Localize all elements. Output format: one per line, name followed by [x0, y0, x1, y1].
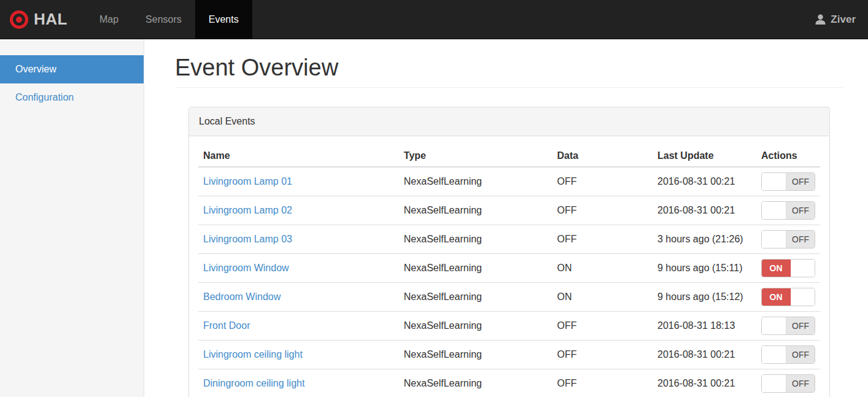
- sidebar-nav: Overview Configuration: [0, 55, 144, 112]
- device-link[interactable]: Diningroom ceiling light: [203, 378, 304, 388]
- device-actions-cell: ON: [756, 282, 820, 311]
- device-type-cell: NexaSelfLearning: [399, 167, 552, 196]
- toggle-state-label: ON: [762, 260, 791, 277]
- sidebar-item: Configuration: [0, 83, 144, 112]
- device-toggle-switch[interactable]: ON: [761, 259, 815, 277]
- device-toggle-switch[interactable]: ON: [761, 288, 815, 306]
- toggle-state-label: OFF: [786, 346, 815, 363]
- hal-logo-icon: [10, 10, 28, 29]
- device-last-update-cell: 9 hours ago (15:12): [653, 282, 756, 311]
- device-actions-cell: OFF: [756, 369, 820, 397]
- sidebar-item: Overview: [0, 55, 144, 83]
- device-toggle-switch[interactable]: OFF: [761, 201, 815, 220]
- top-navbar: HAL Map Sensors Events Ziver: [0, 0, 868, 39]
- column-header-actions: Actions: [756, 145, 820, 167]
- device-data-cell: OFF: [552, 340, 653, 369]
- device-actions-cell: OFF: [756, 225, 820, 253]
- toggle-state-label: ON: [762, 288, 791, 306]
- toggle-state-label: OFF: [786, 375, 815, 392]
- device-type-cell: NexaSelfLearning: [399, 196, 552, 225]
- device-data-cell: OFF: [552, 225, 653, 253]
- device-link[interactable]: Livingroom Lamp 01: [203, 176, 292, 187]
- device-data-cell: OFF: [552, 369, 653, 397]
- user-icon: [815, 13, 826, 25]
- panel-body: Name Type Data Last Update Actions Livin…: [189, 136, 829, 397]
- nav-item: Map: [86, 0, 132, 39]
- sidebar: Overview Configuration: [0, 39, 144, 397]
- device-name-cell: Livingroom Lamp 02: [198, 196, 399, 225]
- brand[interactable]: HAL: [0, 0, 76, 39]
- table-row: Diningroom ceiling light NexaSelfLearnin…: [198, 369, 820, 397]
- navbar-spacer: [252, 0, 815, 39]
- nav-item-link[interactable]: Events: [195, 0, 252, 39]
- device-type-cell: NexaSelfLearning: [399, 369, 552, 397]
- device-actions-cell: ON: [756, 253, 820, 282]
- events-table: Name Type Data Last Update Actions Livin…: [198, 145, 820, 397]
- toggle-handle: [762, 346, 786, 363]
- toggle-handle: [762, 202, 786, 219]
- main-nav: Map Sensors Events: [86, 0, 252, 39]
- device-toggle-switch[interactable]: OFF: [761, 345, 815, 364]
- device-name-cell: Diningroom ceiling light: [198, 369, 399, 397]
- device-link[interactable]: Livingroom Window: [203, 263, 289, 273]
- panel-title: Local Events: [189, 107, 829, 136]
- toggle-state-label: OFF: [786, 317, 815, 334]
- device-last-update-cell: 3 hours ago (21:26): [653, 225, 756, 253]
- device-type-cell: NexaSelfLearning: [399, 282, 552, 311]
- toggle-state-label: OFF: [786, 173, 815, 190]
- device-last-update-cell: 2016-08-31 18:13: [653, 311, 756, 340]
- device-data-cell: OFF: [552, 196, 653, 225]
- device-toggle-switch[interactable]: OFF: [761, 230, 815, 249]
- toggle-handle: [762, 317, 786, 334]
- device-toggle-switch[interactable]: OFF: [761, 172, 815, 191]
- device-link[interactable]: Livingroom ceiling light: [203, 349, 303, 360]
- table-row: Livingroom Lamp 01 NexaSelfLearning OFF …: [198, 167, 820, 196]
- events-table-body: Livingroom Lamp 01 NexaSelfLearning OFF …: [198, 167, 820, 397]
- device-data-cell: OFF: [552, 167, 653, 196]
- toggle-handle: [791, 288, 815, 306]
- toggle-handle: [762, 231, 786, 248]
- nav-item: Events: [195, 0, 252, 39]
- column-header-data: Data: [552, 145, 653, 167]
- sidebar-item-link[interactable]: Configuration: [0, 83, 144, 112]
- device-name-cell: Livingroom ceiling light: [198, 340, 399, 369]
- main-content: Event Overview Local Events Name Type Da…: [144, 39, 868, 397]
- table-row: Livingroom Lamp 03 NexaSelfLearning OFF …: [198, 225, 820, 253]
- column-header-name: Name: [198, 145, 399, 167]
- toggle-handle: [762, 173, 786, 190]
- page-title: Event Overview: [175, 55, 843, 88]
- column-header-last-update: Last Update: [653, 145, 756, 167]
- sidebar-item-link[interactable]: Overview: [0, 55, 144, 83]
- device-actions-cell: OFF: [756, 196, 820, 225]
- device-last-update-cell: 2016-08-31 00:21: [653, 167, 756, 196]
- device-name-cell: Bedroom Window: [198, 282, 399, 311]
- device-last-update-cell: 2016-08-31 00:21: [653, 369, 756, 397]
- table-header-row: Name Type Data Last Update Actions: [198, 145, 820, 167]
- device-data-cell: ON: [552, 282, 653, 311]
- device-name-cell: Livingroom Lamp 03: [198, 225, 399, 253]
- device-actions-cell: OFF: [756, 340, 820, 369]
- device-last-update-cell: 2016-08-31 00:21: [653, 196, 756, 225]
- table-row: Livingroom ceiling light NexaSelfLearnin…: [198, 340, 820, 369]
- device-toggle-switch[interactable]: OFF: [761, 317, 815, 335]
- nav-item-link[interactable]: Sensors: [132, 0, 195, 39]
- device-link[interactable]: Bedroom Window: [203, 291, 281, 302]
- device-data-cell: ON: [552, 253, 653, 282]
- device-name-cell: Front Door: [198, 311, 399, 340]
- device-link[interactable]: Front Door: [203, 320, 250, 331]
- device-last-update-cell: 2016-08-31 00:21: [653, 340, 756, 369]
- table-row: Front Door NexaSelfLearning OFF 2016-08-…: [198, 311, 820, 340]
- table-row: Livingroom Lamp 02 NexaSelfLearning OFF …: [198, 196, 820, 225]
- column-header-type: Type: [399, 145, 552, 167]
- device-link[interactable]: Livingroom Lamp 02: [203, 205, 292, 215]
- table-row: Bedroom Window NexaSelfLearning ON 9 hou…: [198, 282, 820, 311]
- device-link[interactable]: Livingroom Lamp 03: [203, 234, 292, 244]
- toggle-handle: [791, 260, 815, 277]
- device-toggle-switch[interactable]: OFF: [761, 374, 815, 393]
- toggle-state-label: OFF: [786, 231, 815, 248]
- user-menu[interactable]: Ziver: [815, 0, 868, 39]
- toggle-handle: [762, 375, 786, 392]
- nav-item-link[interactable]: Map: [86, 0, 132, 39]
- local-events-panel: Local Events Name Type Data Last Update …: [188, 107, 830, 397]
- device-name-cell: Livingroom Window: [198, 253, 399, 282]
